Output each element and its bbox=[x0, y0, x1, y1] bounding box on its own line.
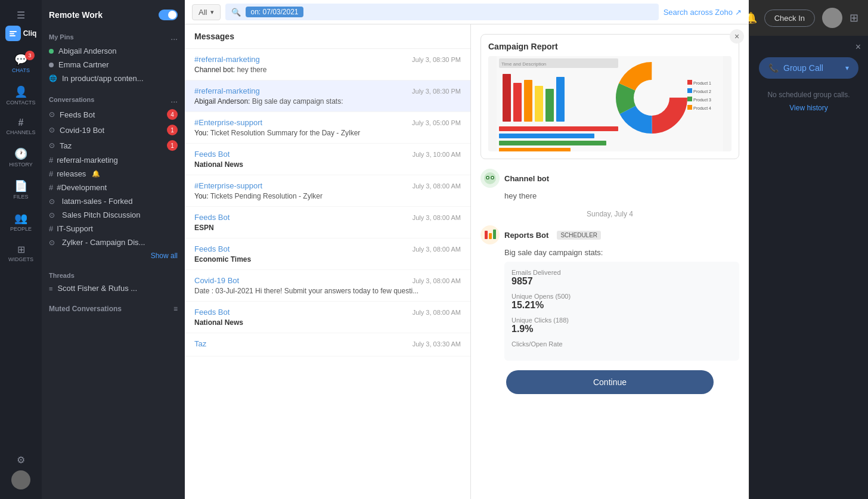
search-input[interactable] bbox=[308, 8, 653, 17]
sidebar-item-files[interactable]: 📄 FILES bbox=[0, 175, 42, 204]
result-sender-1: Abigail Anderson: bbox=[194, 97, 252, 106]
muted-header: Muted Conversations ≡ bbox=[42, 300, 185, 315]
thread-item[interactable]: ≡ Scott Fisher & Rufus ... bbox=[42, 281, 185, 295]
conv-item-taz[interactable]: ⊙ Taz 1 bbox=[42, 138, 185, 153]
conv-item-covid-bot[interactable]: ⊙ Covid-19 Bot 1 bbox=[42, 122, 185, 138]
result-channel-1: #referral-marketing bbox=[194, 86, 260, 95]
result-item-2[interactable]: #Enterprise-support July 3, 05:00 PM You… bbox=[185, 112, 470, 144]
result-item-8[interactable]: Feeds Bot July 3, 08:00 AM National News bbox=[185, 302, 470, 333]
show-all-button[interactable]: Show all bbox=[42, 249, 185, 262]
result-date-7: July 3, 08:00 AM bbox=[413, 277, 461, 284]
sidebar-nav: 💬 CHATS 3 👤 CONTACTS # CHANNELS 🕐 HISTOR… bbox=[0, 48, 42, 267]
globe-icon: 🌐 bbox=[49, 75, 57, 82]
pin-item-product[interactable]: 🌐 In product/app conten... bbox=[42, 72, 185, 85]
channel-bot-text: hey there bbox=[504, 191, 739, 200]
close-right-button[interactable]: × bbox=[730, 29, 744, 44]
result-top: Feeds Bot July 3, 08:00 AM bbox=[194, 308, 461, 317]
result-text-bold-5: ESPN bbox=[194, 224, 214, 232]
channel-name-latam: latam-sales - Forked bbox=[62, 197, 132, 206]
sidebar-item-contacts[interactable]: 👤 CONTACTS bbox=[0, 80, 42, 110]
result-item-4[interactable]: #Enterprise-support July 3, 08:00 AM You… bbox=[185, 175, 470, 207]
external-link-icon: ↗ bbox=[735, 8, 742, 17]
result-text-bold-3: National News bbox=[194, 160, 243, 169]
campaign-report-title: Campaign Report bbox=[488, 42, 731, 51]
sidebar-item-people[interactable]: 👥 PEOPLE bbox=[0, 207, 42, 237]
search-icon: 🔍 bbox=[231, 8, 241, 17]
hash-icon-dev: # bbox=[49, 183, 53, 192]
user-avatar[interactable] bbox=[11, 470, 30, 489]
pin-item-emma[interactable]: Emma Cartner bbox=[42, 58, 185, 72]
offline-dot bbox=[49, 63, 54, 67]
result-date-8: July 3, 08:00 AM bbox=[413, 309, 461, 316]
workspace-toggle[interactable] bbox=[159, 10, 178, 20]
checkin-button[interactable]: Check In bbox=[764, 10, 815, 27]
sidebar-item-channels[interactable]: # CHANNELS bbox=[0, 113, 42, 140]
channel-item-it-support[interactable]: # IT-Support bbox=[42, 222, 185, 235]
result-channel-6: Feeds Bot bbox=[194, 244, 230, 253]
stats-card: Emails Delivered 9857 Unique Opens (500)… bbox=[504, 262, 739, 361]
search-filter-select[interactable]: All ▾ bbox=[192, 4, 221, 20]
app-logo[interactable]: Cliq bbox=[5, 23, 37, 48]
svg-rect-20 bbox=[687, 97, 692, 101]
channel-item-referral[interactable]: # referral-marketing bbox=[42, 153, 185, 167]
view-history-link[interactable]: View history bbox=[789, 104, 827, 112]
channel-item-zylker[interactable]: ⊙ Zylker - Campaign Dis... bbox=[42, 235, 185, 249]
result-date-3: July 3, 10:00 AM bbox=[413, 151, 461, 158]
channel-item-releases[interactable]: # releases 🔔 bbox=[42, 167, 185, 181]
search-across-zoho-link[interactable]: Search across Zoho ↗ bbox=[664, 8, 742, 17]
pin-item-abigail[interactable]: Abigail Anderson bbox=[42, 44, 185, 58]
channel-item-sales-pitch[interactable]: ⊙ Sales Pitch Discussion bbox=[42, 208, 185, 222]
conv-item-feeds-bot[interactable]: ⊙ Feeds Bot 4 bbox=[42, 107, 185, 122]
conv-badge-feeds: 4 bbox=[167, 109, 178, 120]
stat-row-clicks: Unique Clicks (188) 1.9% bbox=[512, 317, 732, 334]
group-call-button[interactable]: 📞 Group Call ▾ bbox=[759, 57, 858, 79]
settings-icon[interactable]: ⚙ bbox=[17, 454, 25, 466]
channel-item-development[interactable]: # #Development bbox=[42, 181, 185, 194]
campaign-report-card: Campaign Report Time and Description bbox=[480, 34, 739, 159]
phone-icon: 📞 bbox=[768, 63, 779, 73]
stat-value-clicks: 1.9% bbox=[512, 324, 732, 334]
my-pins-more[interactable]: ... bbox=[170, 32, 178, 42]
close-panel-icon[interactable]: × bbox=[855, 42, 861, 52]
channel-name-sales-pitch: Sales Pitch Discussion bbox=[62, 210, 141, 219]
result-item-1[interactable]: #referral-marketing July 3, 08:30 PM Abi… bbox=[185, 80, 470, 112]
result-top: #referral-marketing July 3, 08:30 PM bbox=[194, 86, 461, 95]
continue-button[interactable]: Continue bbox=[506, 370, 713, 394]
svg-rect-22 bbox=[687, 105, 692, 110]
svg-rect-18 bbox=[687, 88, 692, 93]
date-tag: on: 07/03/2021 bbox=[246, 7, 303, 17]
logo-icon bbox=[5, 26, 21, 41]
channel-item-latam[interactable]: ⊙ latam-sales - Forked bbox=[42, 194, 185, 208]
cross-zoho-label: Search across Zoho bbox=[664, 8, 733, 17]
apps-grid-icon[interactable]: ⊞ bbox=[850, 11, 858, 24]
search-input-area[interactable]: 🔍 on: 07/03/2021 bbox=[225, 4, 658, 20]
sidebar-item-chats[interactable]: 💬 CHATS 3 bbox=[0, 48, 42, 78]
fork-icon-latam: ⊙ bbox=[49, 197, 55, 206]
conversations-more[interactable]: ... bbox=[170, 95, 178, 104]
svg-text:Time and Description: Time and Description bbox=[501, 61, 546, 67]
muted-expand[interactable]: ≡ bbox=[173, 305, 178, 313]
channel-name-releases: releases bbox=[57, 169, 86, 178]
stats-intro: Big sale day campaign stats: bbox=[504, 248, 739, 257]
result-channel-2: #Enterprise-support bbox=[194, 118, 262, 127]
result-item-0[interactable]: #referral-marketing July 3, 08:30 PM Cha… bbox=[185, 49, 470, 80]
result-item-9[interactable]: Taz July 3, 03:30 AM bbox=[185, 333, 470, 357]
result-date-0: July 3, 08:30 PM bbox=[412, 56, 461, 63]
search-overlay: All ▾ 🔍 on: 07/03/2021 Search across Zoh… bbox=[185, 0, 749, 499]
result-top: Feeds Bot July 3, 08:00 AM bbox=[194, 213, 461, 222]
stat-row-emails: Emails Delivered 9857 bbox=[512, 269, 732, 287]
thread-icon: ≡ bbox=[49, 285, 52, 292]
result-item-3[interactable]: Feeds Bot July 3, 10:00 AM National News bbox=[185, 144, 470, 175]
user-avatar-topbar[interactable] bbox=[822, 8, 842, 28]
channel-bot-avatar bbox=[480, 169, 500, 188]
reports-bot-name: Reports Bot bbox=[504, 231, 548, 240]
result-item-6[interactable]: Feeds Bot July 3, 08:00 AM Economic Time… bbox=[185, 238, 470, 270]
group-call-label: Group Call bbox=[783, 63, 823, 73]
channel-name-it: IT-Support bbox=[57, 224, 93, 233]
result-item-7[interactable]: Covid-19 Bot July 3, 08:00 AM Date : 03-… bbox=[185, 270, 470, 302]
menu-icon[interactable]: ☰ bbox=[17, 6, 25, 23]
sidebar-item-widgets[interactable]: ⊞ WIDGETS bbox=[0, 239, 42, 267]
stat-label-clickopen: Clicks/Open Rate bbox=[512, 340, 732, 348]
sidebar-item-history[interactable]: 🕐 HISTORY bbox=[0, 142, 42, 172]
result-item-5[interactable]: Feeds Bot July 3, 08:00 AM ESPN bbox=[185, 207, 470, 238]
